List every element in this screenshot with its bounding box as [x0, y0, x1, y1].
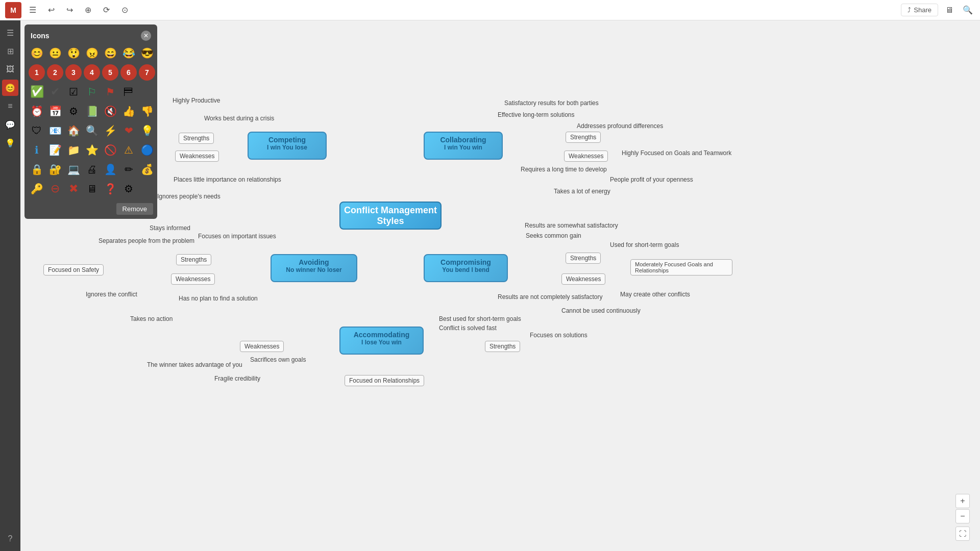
icon-lock[interactable]: 🔒 [29, 161, 45, 178]
icons-panel-title: Icons [31, 32, 50, 40]
icons-grid-row4: ⏰ 📅 ⚙ 📗 🔇 👍 👎 [29, 103, 153, 119]
competing-node[interactable]: Competing I win You lose [248, 132, 327, 160]
sidebar-item-list[interactable]: ≡ [2, 98, 18, 114]
avoiding-node[interactable]: Avoiding No winner No loser [271, 254, 357, 282]
icon-star[interactable]: ⭐ [84, 142, 100, 158]
icon-info[interactable]: ℹ [29, 142, 45, 158]
icon-minus-red[interactable]: ⊖ [47, 181, 63, 197]
icon-checkbox[interactable]: ☑ [65, 84, 82, 100]
icon-heart[interactable]: ❤ [120, 122, 137, 139]
not-completely-satisfactory-label: Results are not completely satisfactory [498, 293, 602, 300]
icon-blue-circle[interactable]: 🔵 [139, 142, 155, 158]
icon-folder[interactable]: 📁 [65, 142, 82, 158]
stays-informed-label: Stays informed [150, 224, 190, 232]
sidebar-item-help[interactable]: ? [2, 531, 18, 547]
icon-angry[interactable]: 😠 [84, 45, 100, 61]
icon-surprised[interactable]: 😲 [65, 45, 82, 61]
icon-settings[interactable]: ⚙ [120, 181, 137, 197]
icon-num7[interactable]: 7 [139, 64, 155, 81]
icon-red-flag[interactable]: ⚑ [102, 84, 118, 100]
redo-button[interactable]: ↪ [62, 3, 77, 17]
globe-button[interactable]: ⊙ [117, 3, 132, 17]
icon-person[interactable]: 👤 [102, 161, 118, 178]
collaborating-node[interactable]: Collaborating I win You win [424, 132, 503, 160]
icon-clock[interactable]: ⏰ [29, 103, 45, 119]
icon-help[interactable]: ❓ [102, 181, 118, 197]
add-button[interactable]: ⊕ [81, 3, 95, 17]
ignores-needs-label: Ignores people's needs [157, 193, 220, 200]
icon-num6[interactable]: 6 [120, 64, 137, 81]
center-node[interactable]: Conflict Management Styles [339, 202, 442, 230]
collaborating-weaknesses-label: Weaknesses [564, 151, 608, 162]
icon-note[interactable]: 📝 [47, 142, 63, 158]
accommodating-node[interactable]: Accommodating I lose You win [339, 327, 424, 355]
icon-lock-key[interactable]: 🔐 [47, 161, 63, 178]
icon-bulb[interactable]: 💡 [139, 122, 155, 139]
icon-num5[interactable]: 5 [102, 64, 118, 81]
icon-gear[interactable]: ⚙ [65, 103, 82, 119]
icon-check-dark[interactable]: ✔ [47, 84, 63, 100]
icon-laugh[interactable]: 😂 [120, 45, 137, 61]
fullscreen-button[interactable]: ⛶ [955, 527, 970, 541]
remove-icon-button[interactable]: Remove [116, 203, 153, 215]
icon-warning[interactable]: ⚠ [120, 142, 137, 158]
monitor-button[interactable]: 🖥 [942, 3, 957, 17]
icon-monitor[interactable]: 🖥 [84, 181, 100, 197]
collaborating-line2: I win You win [428, 144, 499, 151]
icon-pencil[interactable]: ✏ [120, 161, 137, 178]
icon-printer[interactable]: 🖨 [84, 161, 100, 178]
hamburger-menu[interactable]: ☰ [26, 3, 40, 17]
icons-panel-close[interactable]: ✕ [141, 31, 151, 41]
icon-empty2[interactable] [139, 181, 155, 197]
icons-grid-row5: 🛡 📧 🏠 🔍 ⚡ ❤ 💡 [29, 122, 153, 139]
icon-black-flag[interactable]: ⛿ [120, 84, 137, 100]
icon-num1[interactable]: 1 [29, 64, 45, 81]
icon-smiley[interactable]: 😊 [29, 45, 45, 61]
share-button[interactable]: ⤴ Share [901, 4, 938, 16]
compromising-line2: You bend I bend [428, 266, 504, 273]
icon-book[interactable]: 📗 [84, 103, 100, 119]
icon-no[interactable]: 🚫 [102, 142, 118, 158]
icon-lightning[interactable]: ⚡ [102, 122, 118, 139]
sidebar-item-emoji[interactable]: 😊 [2, 80, 18, 96]
undo-button[interactable]: ↩ [44, 3, 58, 17]
icon-check-green[interactable]: ✅ [29, 84, 45, 100]
icon-green-flag[interactable]: ⚐ [84, 84, 100, 100]
compromising-node[interactable]: Compromising You bend I bend [424, 254, 508, 282]
zoom-in-button[interactable]: + [955, 494, 970, 508]
icon-money[interactable]: 💰 [139, 161, 155, 178]
icon-happy[interactable]: 😄 [102, 45, 118, 61]
icon-mute[interactable]: 🔇 [102, 103, 118, 119]
competing-line2: I win You lose [252, 144, 323, 151]
icon-search[interactable]: 🔍 [84, 122, 100, 139]
competing-strengths-label: Strengths [179, 133, 214, 144]
zoom-out-button[interactable]: − [955, 509, 970, 523]
icon-num4[interactable]: 4 [84, 64, 100, 81]
icon-num3[interactable]: 3 [65, 64, 82, 81]
icon-num2[interactable]: 2 [47, 64, 63, 81]
sidebar-item-idea[interactable]: 💡 [2, 135, 18, 151]
icon-home[interactable]: 🏠 [65, 122, 82, 139]
refresh-button[interactable]: ⟳ [99, 3, 113, 17]
icon-calendar[interactable]: 📅 [47, 103, 63, 119]
icon-phone[interactable]: 💻 [65, 161, 82, 178]
icon-empty[interactable] [139, 84, 155, 100]
search-button[interactable]: 🔍 [961, 3, 975, 17]
icon-key[interactable]: 🔑 [29, 181, 45, 197]
icon-neutral[interactable]: 😐 [47, 45, 63, 61]
share-icon: ⤴ [908, 6, 911, 14]
competing-line1: Competing [252, 136, 323, 144]
icon-cool[interactable]: 😎 [139, 45, 155, 61]
icon-thumbs-down[interactable]: 👎 [139, 103, 155, 119]
icon-email[interactable]: 📧 [47, 122, 63, 139]
sidebar-item-image[interactable]: 🖼 [2, 61, 18, 78]
icon-thumbs-up[interactable]: 👍 [120, 103, 137, 119]
icon-shield[interactable]: 🛡 [29, 122, 45, 139]
sidebar-item-menu[interactable]: ☰ [2, 24, 18, 41]
conflict-solved-fast-label: Conflict is solved fast [439, 324, 497, 332]
sidebar-item-grid[interactable]: ⊞ [2, 43, 18, 59]
icon-x[interactable]: ✖ [65, 181, 82, 197]
requires-long-time-label: Requires a long time to develop [521, 166, 607, 173]
sidebar-item-comment[interactable]: 💬 [2, 116, 18, 133]
compromising-weaknesses-label: Weaknesses [561, 273, 605, 285]
